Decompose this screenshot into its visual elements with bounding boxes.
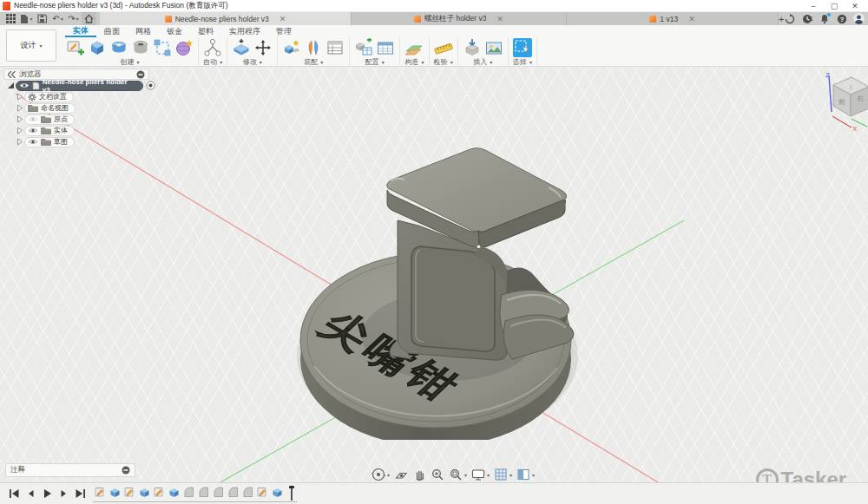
group-label[interactable]: 构造 ▾ [404, 57, 424, 67]
timeline-feature-sketch-12[interactable] [257, 486, 268, 498]
workspace-selector[interactable]: 设计▾ [6, 29, 56, 62]
timeline-feature-fillet-8[interactable] [198, 486, 209, 498]
document-tab-1[interactable]: Needle-nose pliers holder v3 ✕ [100, 12, 352, 25]
eye-icon[interactable] [19, 82, 30, 89]
revolve-icon[interactable] [109, 38, 128, 57]
automate-icon[interactable] [203, 38, 222, 57]
press-pull-icon[interactable] [232, 38, 251, 57]
zoom-button[interactable] [431, 468, 444, 481]
help-icon[interactable]: ? [836, 13, 848, 25]
expand-icon[interactable] [16, 138, 24, 146]
app-grid-menu-button[interactable] [3, 12, 18, 25]
hole-icon[interactable] [131, 38, 150, 57]
timeline-step-forward-button[interactable] [58, 488, 69, 499]
undo-button[interactable]: ↶▾ [50, 12, 65, 25]
ribbon-tab-实用程序[interactable]: 实用程序 [221, 25, 268, 37]
browser-item-草图[interactable]: 草图 [16, 136, 155, 147]
timeline-play-button[interactable] [42, 488, 53, 499]
group-label[interactable]: 创建 ▾ [120, 57, 139, 67]
grid-layout-button[interactable]: ▾ [494, 468, 512, 481]
timeline-feature-extrude-13[interactable] [272, 486, 283, 498]
timeline-feature-extrude-2[interactable] [109, 486, 121, 498]
expand-icon[interactable] [16, 115, 24, 123]
timeline-feature-fillet-10[interactable] [227, 486, 239, 498]
notification-bell-icon[interactable] [819, 13, 831, 25]
group-label[interactable]: 装配 ▾ [304, 57, 323, 67]
insert-icon[interactable] [463, 38, 482, 57]
eye-icon[interactable] [28, 115, 38, 123]
file-menu-button[interactable]: ▾ [19, 12, 34, 25]
timeline-feature-sketch-1[interactable] [95, 486, 106, 498]
extrude-icon[interactable] [88, 38, 107, 57]
job-status-icon[interactable]: 1 [801, 13, 813, 25]
eye-icon[interactable] [28, 138, 38, 146]
ribbon-tab-钣金[interactable]: 钣金 [159, 25, 190, 37]
pan-button[interactable] [412, 468, 426, 481]
display-settings-button[interactable]: ▾ [471, 468, 490, 481]
form-icon[interactable] [174, 38, 194, 57]
maximize-button[interactable]: ▢ [825, 0, 844, 11]
eye-icon[interactable] [28, 127, 38, 134]
canvas-image-icon[interactable] [484, 38, 503, 57]
minimize-button[interactable]: – [804, 0, 823, 11]
timeline-feature-fillet-11[interactable] [242, 486, 253, 498]
rigid-group-icon[interactable] [326, 38, 345, 57]
pliers-holder-model[interactable]: 尖嘴钳 [288, 141, 583, 440]
timeline-feature-sketch-5[interactable] [154, 486, 165, 498]
timeline-go-start-button[interactable] [9, 488, 20, 499]
sync-icon[interactable] [784, 13, 796, 25]
expand-icon[interactable] [16, 104, 24, 112]
timeline-track[interactable] [93, 486, 297, 502]
user-avatar[interactable] [853, 13, 865, 24]
group-label[interactable]: 配置 ▾ [365, 57, 385, 67]
group-label[interactable]: 自动 ▾ [203, 57, 222, 67]
ribbon-tab-网格[interactable]: 网格 [128, 25, 159, 37]
group-label[interactable]: 修改 ▾ [243, 57, 262, 67]
collapse-panel-icon[interactable] [8, 71, 16, 78]
configure-icon[interactable] [354, 38, 373, 57]
expand-icon[interactable] [7, 82, 16, 89]
browser-root-row[interactable]: Needle-nose pliers holder v3 [7, 80, 155, 91]
timeline-feature-extrude-6[interactable] [168, 486, 180, 498]
redo-button[interactable]: ↷▾ [66, 12, 81, 25]
home-button[interactable] [82, 12, 96, 25]
ribbon-tab-实体[interactable]: 实体 [65, 25, 96, 37]
new-component-icon[interactable] [282, 38, 301, 57]
select-icon[interactable] [513, 38, 532, 57]
close-button[interactable]: ✕ [845, 0, 865, 11]
group-label[interactable]: 选择 ▾ [513, 57, 532, 67]
expand-icon[interactable] [16, 127, 24, 134]
browser-item-原点[interactable]: 原点 [16, 114, 155, 125]
save-button[interactable] [35, 12, 49, 25]
active-document-radio[interactable] [146, 81, 155, 90]
tab-close-icon[interactable]: ✕ [496, 15, 503, 23]
model-viewport[interactable]: 尖嘴钳 Z X 上 前 [0, 67, 868, 482]
config-table-icon[interactable] [376, 38, 395, 57]
panel-options-icon[interactable] [136, 70, 145, 79]
ribbon-tab-塑料[interactable]: 塑料 [190, 25, 221, 37]
joint-icon[interactable] [304, 38, 323, 57]
look-at-button[interactable] [394, 468, 408, 481]
ribbon-tab-管理[interactable]: 管理 [268, 25, 299, 37]
document-tab-3[interactable]: 1 v13 ✕ [567, 12, 779, 25]
viewports-button[interactable]: ▾ [516, 468, 535, 481]
expand-icon[interactable] [16, 93, 24, 101]
orbit-button[interactable]: ▾ [372, 468, 390, 481]
pattern-icon[interactable] [153, 38, 172, 57]
group-label[interactable]: 插入 ▾ [473, 57, 492, 67]
tab-close-icon[interactable]: ✕ [279, 15, 286, 23]
timeline-playhead[interactable] [288, 486, 295, 501]
document-tab-2[interactable]: 螺丝柱子 holder v3 ✕ [352, 12, 567, 25]
group-label[interactable]: 检验 ▾ [434, 57, 453, 67]
fit-button[interactable]: ▾ [449, 468, 467, 481]
tab-close-icon[interactable]: ✕ [688, 15, 695, 23]
timeline-feature-sketch-3[interactable] [124, 486, 135, 498]
construct-plane-icon[interactable] [404, 38, 424, 57]
ribbon-tab-曲面[interactable]: 曲面 [96, 25, 128, 37]
browser-item-命名视图[interactable]: 命名视图 [16, 102, 155, 114]
comments-panel[interactable]: 注释 [5, 463, 135, 477]
timeline-go-end-button[interactable] [75, 488, 86, 499]
browser-item-实体[interactable]: 实体 [16, 125, 155, 136]
move-copy-icon[interactable] [253, 38, 273, 57]
timeline-feature-fillet-9[interactable] [213, 486, 224, 498]
